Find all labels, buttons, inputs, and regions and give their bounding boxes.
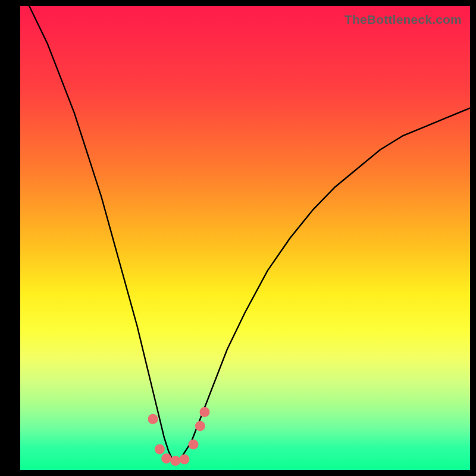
marker-layer: [148, 407, 210, 466]
curve-layer: [29, 6, 470, 461]
marker-dot-7: [199, 407, 209, 417]
marker-dot-5: [189, 440, 199, 450]
marker-dot-1: [155, 444, 165, 454]
marker-dot-3: [170, 456, 180, 466]
marker-dot-0: [148, 414, 158, 424]
marker-dot-6: [195, 421, 205, 431]
plot-area: TheBottleneck.com: [20, 6, 470, 470]
marker-dot-4: [179, 455, 189, 465]
curve-bottleneck-curve: [29, 6, 470, 461]
marker-dot-2: [161, 453, 171, 464]
chart-stage: TheBottleneck.com: [0, 0, 476, 476]
chart-svg: [20, 6, 470, 470]
